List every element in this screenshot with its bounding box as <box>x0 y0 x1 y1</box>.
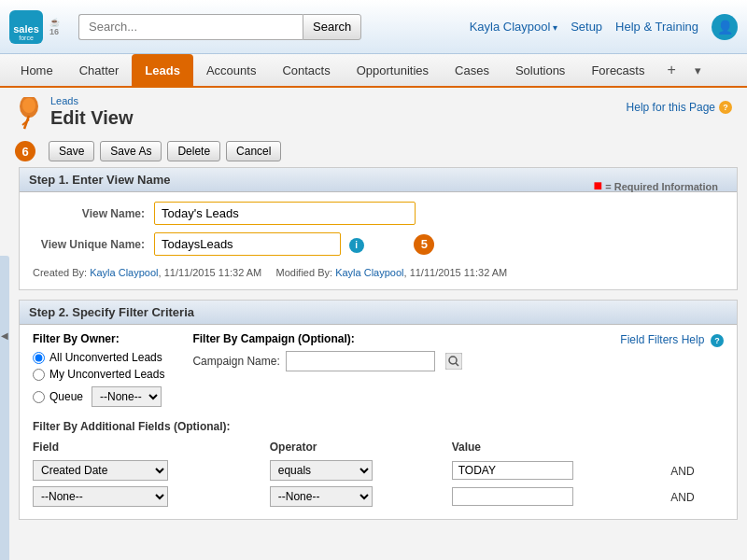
svg-text:sales: sales <box>13 23 39 35</box>
filter-row2-operator: --None-- <box>270 483 452 510</box>
filter-row2-value <box>452 483 666 510</box>
top-bar: sales force ☕ 16 Search Kayla Claypool S… <box>0 0 747 54</box>
nav-item-leads[interactable]: Leads <box>132 54 193 86</box>
delete-button[interactable]: Delete <box>167 141 220 161</box>
nav-item-accounts[interactable]: Accounts <box>193 54 269 86</box>
value-input-2[interactable] <box>452 487 573 506</box>
col-conjunction <box>665 439 724 457</box>
filter-campaign-label: Filter By Campaign (Optional): <box>192 332 462 345</box>
field-filters-help-link[interactable]: Field Filters Help <box>620 333 704 346</box>
queue-select[interactable]: --None-- <box>92 386 162 407</box>
filter-row1-value <box>452 457 666 483</box>
view-name-row: View Name: <box>33 202 724 225</box>
view-name-label: View Name: <box>33 207 154 220</box>
breadcrumb: Leads <box>50 95 134 106</box>
and-text-1: AND <box>665 465 694 478</box>
filter-row-2: --None-- --None-- <box>33 483 724 510</box>
setup-link[interactable]: Setup <box>571 20 602 34</box>
nav-item-contacts[interactable]: Contacts <box>269 54 343 86</box>
field-select-2[interactable]: --None-- <box>33 486 168 507</box>
main-content: ◀ Leads Edit View Help <box>0 88 747 560</box>
filter-by-owner: Filter By Owner: All Unconverted Leads M… <box>33 332 164 407</box>
nav-item-chatter[interactable]: Chatter <box>66 54 133 86</box>
all-unconverted-label: All Unconverted Leads <box>49 351 162 364</box>
cancel-button[interactable]: Cancel <box>226 141 281 161</box>
my-unconverted-label: My Unconverted Leads <box>49 368 164 381</box>
my-unconverted-input[interactable] <box>33 369 45 381</box>
step1-section: Step 1. Enter View Name ■ = Required Inf… <box>19 167 738 290</box>
svg-rect-7 <box>445 353 462 370</box>
step2-section: Step 2. Specify Filter Criteria Filter B… <box>19 300 738 520</box>
field-select-1[interactable]: Created Date <box>33 460 168 481</box>
additional-fields-label: Filter By Additional Fields (Optional): <box>33 420 724 433</box>
modified-by-link[interactable]: Kayla Claypool <box>335 267 403 278</box>
search-input[interactable] <box>78 14 303 40</box>
salesforce-logo-icon: sales force <box>9 10 43 44</box>
filter-row1-field: Created Date <box>33 457 270 483</box>
left-collapse-arrow[interactable]: ◀ <box>0 256 9 560</box>
nav-item-cases[interactable]: Cases <box>442 54 502 86</box>
owner-radio-group: All Unconverted Leads My Unconverted Lea… <box>33 351 164 407</box>
step1-content: View Name: View Unique Name: i 5 Created… <box>20 192 737 289</box>
nav-item-solutions[interactable]: Solutions <box>502 54 578 86</box>
field-filters-help-icon: ? <box>711 334 724 347</box>
nav-item-forecasts[interactable]: Forecasts <box>578 54 657 86</box>
queue-label: Queue <box>49 390 83 403</box>
value-input-1[interactable] <box>452 461 573 480</box>
nav-item-home[interactable]: Home <box>7 54 66 86</box>
campaign-lookup-icon[interactable] <box>444 352 463 371</box>
campaign-name-input[interactable] <box>286 351 435 371</box>
step5-badge: 5 <box>414 234 434 255</box>
page-title: Edit View <box>50 106 134 129</box>
operator-select-2[interactable]: --None-- <box>270 486 373 507</box>
created-by-link[interactable]: Kayla Claypool <box>90 267 158 278</box>
queue-row: Queue --None-- <box>33 386 164 407</box>
queue-radio-input[interactable] <box>33 391 45 403</box>
filter-by-campaign: Filter By Campaign (Optional): Campaign … <box>192 332 462 371</box>
save-as-button[interactable]: Save As <box>100 141 162 161</box>
col-field: Field <box>33 439 270 457</box>
col-operator: Operator <box>270 439 452 457</box>
nav-bar: Home Chatter Leads Accounts Contacts Opp… <box>0 54 747 88</box>
view-unique-name-label: View Unique Name: <box>33 238 154 251</box>
svg-text:force: force <box>19 35 34 41</box>
page-header: Leads Edit View Help for this Page ? <box>9 88 747 137</box>
page-icon <box>15 97 43 133</box>
field-filters-help-area: Field Filters Help ? <box>620 332 724 347</box>
page-header-left: Leads Edit View <box>15 95 134 133</box>
view-unique-name-row: View Unique Name: i 5 <box>33 232 724 256</box>
search-button[interactable]: Search <box>303 14 361 40</box>
step2-header: Step 2. Specify Filter Criteria <box>20 301 737 325</box>
info-icon[interactable]: i <box>349 238 364 253</box>
nav-dropdown-button[interactable]: ▾ <box>685 54 711 86</box>
operator-select-1[interactable]: equals <box>270 460 373 481</box>
campaign-name-row: Campaign Name: <box>192 351 462 371</box>
filter-criteria-row: Filter By Owner: All Unconverted Leads M… <box>20 325 737 414</box>
top-nav-right: Kayla Claypool Setup Help & Training 👤 <box>470 14 738 40</box>
all-unconverted-input[interactable] <box>33 352 45 364</box>
filter-row2-and: AND <box>665 483 724 510</box>
created-by-row: Created By: Kayla Claypool, 11/11/2015 1… <box>33 263 724 280</box>
help-page-link[interactable]: Help for this Page <box>627 101 715 114</box>
campaign-name-label: Campaign Name: <box>192 355 279 368</box>
search-area: Search <box>78 14 377 40</box>
col-value: Value <box>452 439 666 457</box>
user-dropdown[interactable]: Kayla Claypool <box>470 20 558 34</box>
svg-point-4 <box>22 98 35 113</box>
step1-header: Step 1. Enter View Name ■ = Required Inf… <box>20 168 737 192</box>
my-unconverted-radio[interactable]: My Unconverted Leads <box>33 368 164 381</box>
and-text-2: AND <box>665 491 694 504</box>
save-button[interactable]: Save <box>49 141 94 161</box>
filter-row1-operator: equals <box>270 457 452 483</box>
view-name-input[interactable] <box>154 202 416 225</box>
nav-add-button[interactable]: + <box>657 54 684 86</box>
toolbar: 6 Save Save As Delete Cancel <box>9 137 747 167</box>
view-unique-name-value: i 5 <box>154 232 724 256</box>
help-training-link[interactable]: Help & Training <box>615 20 698 34</box>
view-unique-name-input[interactable] <box>154 232 341 256</box>
required-star: ■ <box>594 177 603 193</box>
all-unconverted-radio[interactable]: All Unconverted Leads <box>33 351 164 364</box>
nav-item-opportunities[interactable]: Opportunities <box>344 54 442 86</box>
logo-area: sales force ☕ 16 <box>9 10 60 44</box>
filter-row-1: Created Date equals <box>33 457 724 483</box>
